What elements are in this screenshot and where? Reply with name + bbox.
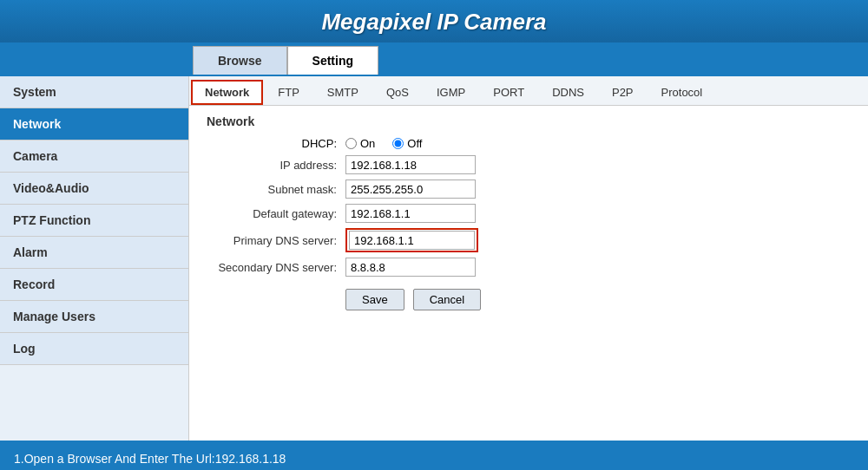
form-area: Network DHCP: On Off IP address: — [189, 106, 868, 319]
subnet-input[interactable] — [345, 180, 476, 199]
dhcp-off-label: Off — [407, 137, 422, 150]
sub-tab-port[interactable]: PORT — [480, 81, 537, 104]
sidebar-item-record[interactable]: Record — [0, 269, 188, 301]
sub-tab-p2p[interactable]: P2P — [599, 81, 647, 104]
sub-tab-igmp[interactable]: IGMP — [424, 81, 478, 104]
bottom-info-bar: 1.Open a Browser And Enter The Url:192.1… — [0, 441, 868, 470]
section-title: Network — [207, 114, 851, 128]
primary-dns-input[interactable] — [349, 231, 475, 250]
sidebar-item-manageusers[interactable]: Manage Users — [0, 301, 188, 333]
sidebar-item-system[interactable]: System — [0, 76, 188, 108]
sidebar-item-ptz[interactable]: PTZ Function — [0, 205, 188, 237]
sidebar: System Network Camera Video&Audio PTZ Fu… — [0, 76, 189, 441]
page-title: Megapixel IP Camera — [0, 9, 868, 36]
page-header: Megapixel IP Camera — [0, 0, 868, 42]
save-button[interactable]: Save — [345, 289, 404, 310]
tab-setting[interactable]: Setting — [287, 46, 378, 75]
gateway-label: Default gateway: — [207, 207, 345, 220]
sidebar-item-videoaudio[interactable]: Video&Audio — [0, 173, 188, 205]
subnet-label: Subnet mask: — [207, 183, 345, 196]
cancel-button[interactable]: Cancel — [413, 289, 481, 310]
gateway-row: Default gateway: — [207, 204, 851, 223]
dhcp-off-radio[interactable] — [392, 138, 404, 149]
ip-label: IP address: — [207, 159, 345, 172]
ip-row: IP address: — [207, 155, 851, 174]
bottom-line1: 1.Open a Browser And Enter The Url:192.1… — [14, 449, 854, 470]
dhcp-radio-group: On Off — [345, 137, 422, 150]
sub-tab-qos[interactable]: QoS — [373, 81, 422, 104]
sidebar-item-log[interactable]: Log — [0, 333, 188, 365]
primary-dns-row: Primary DNS server: — [207, 228, 851, 252]
sidebar-item-alarm[interactable]: Alarm — [0, 237, 188, 269]
dhcp-on-radio[interactable] — [345, 138, 357, 149]
sidebar-item-network[interactable]: Network — [0, 108, 188, 140]
dhcp-on-option[interactable]: On — [345, 137, 375, 150]
primary-dns-label: Primary DNS server: — [207, 234, 345, 247]
primary-dns-highlight — [345, 228, 478, 252]
sidebar-item-camera[interactable]: Camera — [0, 140, 188, 173]
sub-tab-ddns[interactable]: DDNS — [539, 81, 597, 104]
dhcp-on-label: On — [360, 137, 375, 150]
sub-tab-protocol[interactable]: Protocol — [648, 81, 716, 104]
secondary-dns-label: Secondary DNS server: — [207, 261, 345, 274]
ip-input[interactable] — [345, 155, 476, 174]
content-area: Network FTP SMTP QoS IGMP PORT DDNS P2P … — [189, 76, 868, 441]
button-row: Save Cancel — [345, 289, 851, 310]
dhcp-off-option[interactable]: Off — [392, 137, 422, 150]
subnet-row: Subnet mask: — [207, 180, 851, 199]
sub-nav: Network FTP SMTP QoS IGMP PORT DDNS P2P … — [189, 76, 868, 106]
sub-tab-network[interactable]: Network — [191, 80, 263, 105]
sub-tab-ftp[interactable]: FTP — [265, 81, 312, 104]
dhcp-row: DHCP: On Off — [207, 137, 851, 150]
gateway-input[interactable] — [345, 204, 476, 223]
dhcp-label: DHCP: — [207, 137, 345, 150]
secondary-dns-input[interactable] — [345, 258, 476, 277]
tab-browse[interactable]: Browse — [193, 46, 287, 75]
sub-tab-smtp[interactable]: SMTP — [314, 81, 372, 104]
main-layout: System Network Camera Video&Audio PTZ Fu… — [0, 76, 868, 441]
secondary-dns-row: Secondary DNS server: — [207, 258, 851, 277]
top-tabs: Browse Setting — [189, 42, 868, 75]
top-section: Browse Setting — [0, 42, 868, 76]
sidebar-tab-area — [0, 42, 189, 75]
